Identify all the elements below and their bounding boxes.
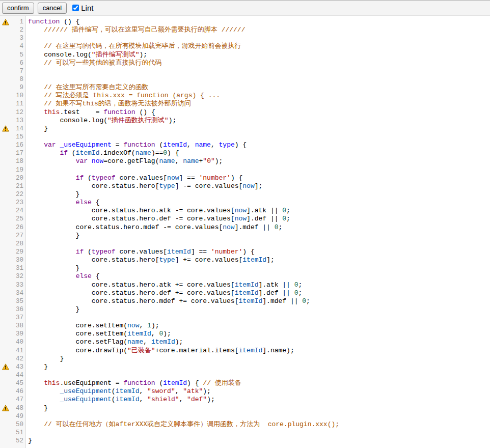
lint-warning-icon[interactable] [2,363,9,370]
code-line[interactable]: } [26,305,490,314]
code-token: name [159,157,175,165]
code-line[interactable]: } [26,264,490,272]
lint-warning-icon[interactable] [2,19,9,25]
code-line[interactable]: } [26,404,490,412]
lint-warning-icon[interactable] [2,125,9,132]
code-line[interactable] [26,166,490,174]
code-line[interactable]: function () { [26,18,490,26]
code-line[interactable]: core.status.hero[type] -= core.values[no… [26,182,490,190]
code-token: _useEquipment [60,396,111,403]
lint-marker-cell[interactable] [0,404,10,412]
code-line[interactable]: // 在这里写所有需要自定义的函数 [26,83,490,92]
code-line[interactable]: core.status.hero.mdef -= core.values[now… [26,223,490,232]
code-token: 0 [302,297,306,305]
code-line[interactable]: this.useEquipment = function (itemId) { … [26,379,490,387]
code-line[interactable]: if (itemId.indexOf(name)==0) { [26,149,490,157]
line-number: 32 [10,272,26,281]
code-line[interactable]: if (typeof core.values[itemId] == 'numbe… [26,248,490,256]
code-line[interactable]: core.status.hero.def -= core.values[now]… [26,215,490,223]
lint-marker-cell-empty [0,199,10,207]
code-token: ; [298,289,303,297]
lint-checkbox[interactable] [72,5,79,11]
code-line-row: 30 core.status.hero[type] += core.values… [0,256,490,264]
lint-marker-cell-empty [0,256,10,264]
code-line[interactable]: else { [26,199,490,207]
code-token: } [28,264,79,272]
code-line[interactable]: } [26,355,490,363]
code-line[interactable]: core.drawTip("已装备"+core.material.items[i… [26,347,490,355]
code-token: itemId [167,248,191,256]
code-token: itemId [235,289,259,297]
lint-marker-cell[interactable] [0,363,10,371]
code-line[interactable] [26,133,490,141]
code-line-row: 25 core.status.hero.def -= core.values[n… [0,215,490,223]
code-token: core.status.hero.def += core.values[ [28,289,235,297]
code-token: ); [207,396,215,403]
code-line[interactable]: // 可以在任何地方（如afterXXX或自定义脚本事件）调用函数，方法为 co… [26,421,490,429]
code-token: ].mdef || [235,223,275,231]
code-line[interactable]: this.test = function () { [26,108,490,117]
code-line-row: 10 // 写法必须是 this.xxx = function (args) {… [0,92,490,100]
code-line[interactable] [26,412,490,421]
code-line[interactable]: } [26,232,490,240]
code-line[interactable] [26,240,490,248]
code-line[interactable]: // 可以写一些其他的被直接执行的代码 [26,59,490,67]
line-number: 9 [10,83,26,92]
code-token: ( [84,248,92,256]
confirm-button[interactable]: confirm [2,3,34,14]
line-number: 49 [10,412,26,421]
code-line[interactable]: core.setFlag(name, itemId); [26,338,490,346]
lint-warning-icon[interactable] [2,405,9,411]
code-token: 'number' [199,174,231,182]
lint-marker-cell-empty [0,396,10,404]
code-token: core.setFlag( [28,338,127,346]
code-line[interactable]: // 在这里写的代码，在所有模块加载完毕后，游戏开始前会被执行 [26,42,490,50]
code-token: ); [203,387,211,395]
line-number: 28 [10,240,26,248]
code-token: core.values[ [116,174,167,182]
code-line[interactable]: core.status.hero.atk += core.values[item… [26,281,490,289]
lint-marker-cell-empty [0,92,10,100]
lint-marker-cell[interactable] [0,125,10,133]
code-line[interactable]: core.setItem(now, 1); [26,322,490,330]
code-line[interactable]: } [26,437,490,445]
code-line[interactable]: _useEquipment(itemId, "sword", "atk"); [26,387,490,396]
line-number: 38 [10,322,26,330]
code-line[interactable]: else { [26,272,490,281]
lint-marker-cell[interactable] [0,18,10,26]
code-token: // 在这里写所有需要自定义的函数 [44,83,148,91]
code-line[interactable]: var _useEquipment = function (itemId, na… [26,141,490,149]
code-line[interactable] [26,75,490,83]
code-line[interactable] [26,429,490,437]
code-line[interactable] [26,371,490,379]
line-number: 43 [10,363,26,371]
cancel-button[interactable]: cancel [38,3,67,14]
code-line[interactable]: core.status.hero.mdef += core.values[ite… [26,297,490,305]
code-line[interactable] [26,67,490,75]
code-line[interactable]: if (typeof core.values[now] == 'number')… [26,174,490,182]
code-line[interactable]: _useEquipment(itemId, "shield", "def"); [26,396,490,404]
code-line[interactable]: // 写法必须是 this.xxx = function (args) { ..… [26,92,490,100]
code-line[interactable]: ////// 插件编写，可以在这里写自己额外需要执行的脚本 ////// [26,26,490,34]
code-line[interactable]: core.setItem(itemId, 0); [26,330,490,338]
code-line[interactable]: } [26,190,490,199]
code-line[interactable] [26,314,490,322]
code-line[interactable]: // 如果不写this的话，函数将无法被外部所访问 [26,100,490,108]
code-line[interactable]: core.status.hero.atk -= core.values[now]… [26,207,490,215]
code-token: ; [286,215,290,222]
code-line[interactable]: } [26,363,490,371]
code-token: // 可以写一些其他的被直接执行的代码 [44,59,161,67]
lint-marker-cell-empty [0,141,10,149]
code-token: if [76,248,84,256]
code-line[interactable]: } [26,125,490,133]
code-editor[interactable]: 1function () {2 ////// 插件编写，可以在这里写自己额外需要… [0,16,490,448]
code-line[interactable]: var now=core.getFlag(name, name+"0"); [26,157,490,165]
code-line[interactable] [26,34,490,42]
code-token: if [60,149,68,157]
code-token [28,141,44,149]
code-line[interactable]: core.status.hero[type] += core.values[it… [26,256,490,264]
code-line[interactable]: core.status.hero.def += core.values[item… [26,289,490,297]
code-line[interactable]: console.log("插件函数执行测试"); [26,117,490,125]
line-number: 16 [10,141,26,149]
code-line[interactable]: console.log("插件编写测试"); [26,51,490,59]
